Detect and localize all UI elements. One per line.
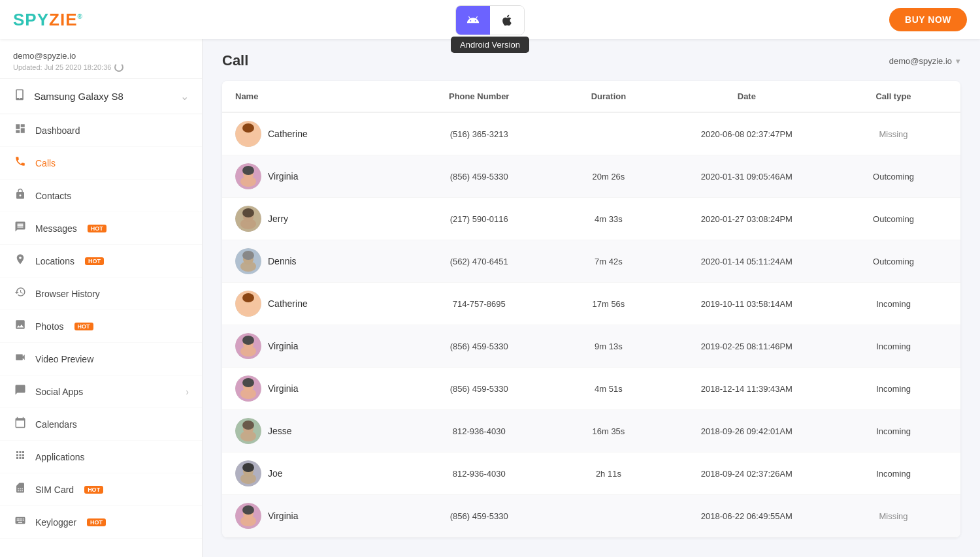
- call-type: Missing: [833, 121, 954, 147]
- logo-spy: SPY: [13, 10, 49, 29]
- table-row: Dennis(562) 470-64517m 42s2020-01-14 05:…: [222, 240, 960, 283]
- messages-icon: [13, 221, 27, 236]
- call-duration: 20m 26s: [557, 164, 661, 189]
- contacts-label: Contacts: [35, 191, 71, 201]
- svg-point-27: [242, 378, 254, 387]
- contact-name: Virginia: [268, 383, 298, 394]
- name-cell: Virginia: [229, 155, 401, 197]
- calendars-icon: [13, 417, 27, 432]
- chevron-down-icon: ⌄: [180, 90, 189, 103]
- video-preview-label: Video Preview: [35, 354, 93, 364]
- ios-button[interactable]: [490, 6, 524, 35]
- sidebar-item-social-apps[interactable]: Social Apps›: [0, 375, 202, 408]
- avatar: [235, 206, 261, 232]
- sidebar-item-contacts[interactable]: Contacts: [0, 180, 202, 212]
- keylogger-label: Keylogger: [35, 517, 76, 528]
- device-left: Samsung Galaxy S8: [13, 88, 123, 104]
- name-cell: Virginia: [229, 325, 401, 367]
- table-row: Catherine714-757-869517m 56s2019-10-11 0…: [222, 283, 960, 325]
- call-date: 2018-06-22 06:49:55AM: [661, 503, 833, 529]
- col-header-duration: Duration: [557, 81, 661, 112]
- sidebar-item-calendars[interactable]: Calendars: [0, 408, 202, 441]
- table-row: Virginia(856) 459-53309m 13s2019-02-25 0…: [222, 325, 960, 368]
- phone-number: (856) 459-5330: [401, 503, 557, 529]
- dashboard-label: Dashboard: [35, 125, 80, 136]
- sidebar-item-locations[interactable]: LocationsHOT: [0, 245, 202, 278]
- avatar: [235, 418, 261, 444]
- nav-list: DashboardCallsContactsMessagesHOTLocatio…: [0, 114, 202, 539]
- call-duration: 2h 11s: [557, 461, 661, 486]
- main-layout: demo@spyzie.io Updated: Jul 25 2020 18:2…: [0, 39, 980, 557]
- browser-history-label: Browser History: [35, 289, 100, 299]
- social-apps-arrow-icon: ›: [186, 387, 189, 397]
- name-cell: Catherine: [229, 283, 401, 325]
- svg-point-39: [242, 505, 254, 515]
- device-item[interactable]: Samsung Galaxy S8 ⌄: [0, 79, 202, 114]
- logo-zie: ZIE: [49, 10, 77, 29]
- calls-label: Calls: [35, 158, 56, 168]
- sidebar-item-messages[interactable]: MessagesHOT: [0, 212, 202, 245]
- call-type: Incoming: [833, 376, 954, 402]
- phone-number: 714-757-8695: [401, 291, 557, 317]
- call-type: Incoming: [833, 461, 954, 486]
- buy-now-button[interactable]: BUY NOW: [889, 8, 967, 31]
- phone-number: 812-936-4030: [401, 461, 557, 486]
- table-row: Virginia(856) 459-533020m 26s2020-01-31 …: [222, 155, 960, 198]
- topbar: SPYZIE® Android Version BUY NOW: [0, 0, 980, 39]
- contact-name: Virginia: [268, 511, 298, 521]
- sidebar-item-keylogger[interactable]: KeyloggerHOT: [0, 506, 202, 539]
- android-button[interactable]: [456, 6, 490, 35]
- logo-trademark: ®: [77, 13, 82, 20]
- browser-history-icon: [13, 286, 27, 301]
- calendars-label: Calendars: [35, 419, 77, 430]
- contact-name: Virginia: [268, 341, 298, 351]
- table-row: Catherine(516) 365-32132020-06-08 02:37:…: [222, 113, 960, 155]
- sidebar: demo@spyzie.io Updated: Jul 25 2020 18:2…: [0, 39, 203, 557]
- avatar: [235, 121, 261, 147]
- sidebar-item-video-preview[interactable]: Video Preview: [0, 343, 202, 375]
- svg-point-19: [242, 293, 254, 302]
- sim-card-hot-badge: HOT: [84, 486, 103, 494]
- call-duration: 4m 33s: [557, 206, 661, 232]
- sidebar-email: demo@spyzie.io: [13, 51, 189, 61]
- avatar: [235, 375, 261, 402]
- contact-name: Catherine: [268, 298, 308, 309]
- svg-point-35: [242, 463, 254, 472]
- sidebar-item-browser-history[interactable]: Browser History: [0, 278, 202, 310]
- sim-card-label: SIM Card: [35, 485, 74, 495]
- phone-number: (856) 459-5330: [401, 164, 557, 189]
- sidebar-item-photos[interactable]: PhotosHOT: [0, 310, 202, 343]
- device-name: Samsung Galaxy S8: [34, 91, 123, 102]
- sidebar-item-calls[interactable]: Calls: [0, 147, 202, 180]
- col-header-call-type: Call type: [833, 81, 954, 112]
- contact-name: Jerry: [268, 214, 288, 224]
- device-icon: [13, 88, 26, 104]
- sidebar-item-dashboard[interactable]: Dashboard: [0, 114, 202, 147]
- name-cell: Virginia: [229, 495, 401, 537]
- locations-label: Locations: [35, 256, 74, 266]
- contacts-icon: [13, 188, 27, 203]
- refresh-icon[interactable]: [114, 63, 123, 72]
- platform-switcher: Android Version: [455, 0, 525, 35]
- call-date: 2019-10-11 03:58:14AM: [661, 291, 833, 317]
- call-date: 2018-12-14 11:39:43AM: [661, 376, 833, 402]
- avatar: [235, 248, 261, 274]
- phone-number: (856) 459-5330: [401, 334, 557, 359]
- updated-text: Updated: Jul 25 2020 18:20:36: [13, 63, 111, 71]
- svg-point-31: [242, 421, 254, 430]
- call-type: Outcoming: [833, 164, 954, 189]
- sidebar-item-sim-card[interactable]: SIM CardHOT: [0, 473, 202, 506]
- sidebar-item-applications[interactable]: Applications: [0, 441, 202, 473]
- applications-label: Applications: [35, 452, 85, 462]
- phone-number: (856) 459-5330: [401, 376, 557, 402]
- user-account[interactable]: demo@spyzie.io ▾: [889, 56, 960, 66]
- social-apps-icon: [13, 384, 27, 399]
- contact-name: Dennis: [268, 256, 297, 266]
- call-date: 2020-06-08 02:37:47PM: [661, 121, 833, 147]
- name-cell: Jesse: [229, 410, 401, 452]
- table-row: Joe812-936-40302h 11s2018-09-24 02:37:26…: [222, 453, 960, 495]
- keylogger-icon: [13, 515, 27, 530]
- messages-hot-badge: HOT: [88, 225, 106, 232]
- phone-number: (217) 590-0116: [401, 206, 557, 232]
- call-duration: 17m 56s: [557, 291, 661, 317]
